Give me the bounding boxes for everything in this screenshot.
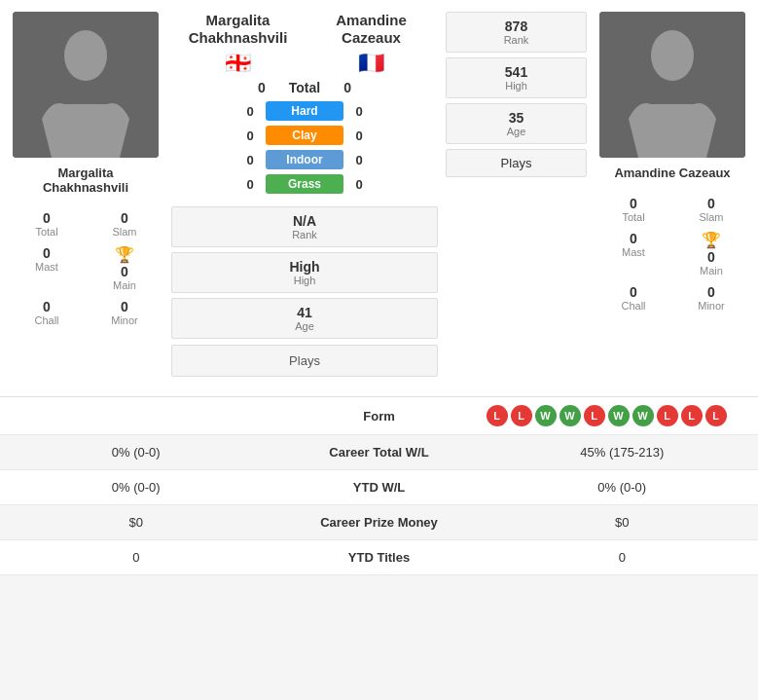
bottom-section: Form L L W W L W W L L L 0% (0-0) Career… — [0, 396, 758, 575]
ytd-titles-left: 0 — [0, 540, 272, 574]
ytd-wl-row: 0% (0-0) YTD W/L 0% (0-0) — [0, 470, 758, 505]
left-main-trophy: 🏆 0 Main — [86, 241, 163, 295]
prize-money-left: $0 — [0, 505, 272, 539]
form-badge-6: W — [608, 405, 630, 426]
right-avatar-silhouette — [599, 12, 745, 158]
right-plays-box: Plays — [446, 149, 587, 177]
right-chall-stat: 0 Chall — [595, 280, 672, 315]
right-player-avatar — [599, 12, 745, 158]
total-label: Total — [289, 80, 320, 95]
form-badge-10: L — [705, 405, 727, 426]
court-grass-row: 0 Grass 0 — [171, 174, 438, 194]
career-wl-row: 0% (0-0) Career Total W/L 45% (175-213) — [0, 435, 758, 470]
prize-money-label: Career Prize Money — [272, 505, 487, 539]
right-minor-stat: 0 Minor — [672, 280, 750, 315]
ytd-titles-row: 0 YTD Titles 0 — [0, 540, 758, 575]
left-plays-block: Plays — [171, 345, 438, 377]
left-player-avatar — [13, 12, 159, 158]
right-name-header: Amandine Cazeaux 🇫🇷 — [305, 12, 438, 76]
center-column: Margalita Chakhnashvili 🇬🇪 Amandine Caze… — [171, 12, 438, 377]
comparison-section: Margalita Chakhnashvili 0 Total 0 Slam 0… — [0, 0, 758, 388]
total-right-val: 0 — [343, 80, 351, 95]
total-line: 0 Total 0 — [171, 80, 438, 95]
right-player-name: Amandine Cazeaux — [614, 166, 730, 180]
indoor-badge: Indoor — [266, 150, 343, 169]
ytd-titles-right: 0 — [487, 540, 759, 574]
left-minor-stat: 0 Minor — [86, 295, 163, 330]
court-hard-row: 0 Hard 0 — [171, 101, 438, 121]
right-flag: 🇫🇷 — [305, 51, 438, 76]
left-flag: 🇬🇪 — [171, 51, 305, 76]
form-badges-container: L L W W L W W L L L — [487, 405, 743, 426]
left-name-header: Margalita Chakhnashvili 🇬🇪 — [171, 12, 305, 76]
form-badge-7: W — [632, 405, 654, 426]
form-badge-2: L — [511, 405, 532, 426]
form-badge-4: W — [559, 405, 581, 426]
form-badge-3: W — [535, 405, 557, 426]
main-container: Margalita Chakhnashvili 0 Total 0 Slam 0… — [0, 0, 758, 575]
hard-badge: Hard — [266, 101, 343, 121]
ytd-wl-right: 0% (0-0) — [487, 470, 759, 504]
left-center-stats2: High High — [171, 252, 438, 293]
prize-money-row: $0 Career Prize Money $0 — [0, 505, 758, 540]
form-badge-8: L — [657, 405, 678, 426]
left-center-stats: N/A Rank — [171, 206, 438, 247]
ytd-titles-label: YTD Titles — [272, 540, 487, 574]
form-row: Form L L W W L W W L L L — [0, 397, 758, 435]
left-age-block: 41 Age — [171, 298, 438, 339]
left-rank-block: N/A Rank — [171, 206, 438, 247]
form-badge-5: L — [584, 405, 605, 426]
clay-badge: Clay — [266, 126, 343, 145]
left-player-name: Margalita Chakhnashvili — [43, 166, 128, 195]
right-age-box: 35 Age — [446, 103, 587, 144]
right-player-card: Amandine Cazeaux 0 Total 0 Slam 0 Mast 🏆… — [595, 12, 750, 377]
left-chall-stat: 0 Chall — [8, 295, 86, 330]
form-badge-9: L — [681, 405, 703, 426]
ytd-wl-label: YTD W/L — [272, 470, 487, 504]
court-rows: 0 Hard 0 0 Clay 0 0 Indoor 0 — [171, 101, 438, 199]
svg-point-3 — [651, 30, 694, 81]
left-mast-stat: 0 Mast — [8, 241, 86, 295]
right-player-stats-grid: 0 Total 0 Slam 0 Mast 🏆 0 Main 0 — [595, 192, 750, 315]
svg-point-1 — [64, 30, 107, 81]
court-indoor-row: 0 Indoor 0 — [171, 150, 438, 169]
right-slam-stat: 0 Slam — [672, 192, 750, 227]
right-total-stat: 0 Total — [595, 192, 672, 227]
left-slam-stat: 0 Slam — [86, 206, 163, 241]
form-label: Form — [272, 409, 487, 424]
left-total-stat: 0 Total — [8, 206, 86, 241]
right-mast-stat: 0 Mast — [595, 227, 672, 280]
court-clay-row: 0 Clay 0 — [171, 126, 438, 145]
left-player-card: Margalita Chakhnashvili 0 Total 0 Slam 0… — [8, 12, 163, 377]
left-high-block: High High — [171, 252, 438, 293]
left-avatar-silhouette — [13, 12, 159, 158]
prize-money-right: $0 — [487, 505, 759, 539]
player-names-header: Margalita Chakhnashvili 🇬🇪 Amandine Caze… — [171, 12, 438, 76]
left-center-stats3: 41 Age — [171, 298, 438, 339]
career-wl-left: 0% (0-0) — [0, 435, 272, 469]
left-trophy-icon: 🏆 — [115, 245, 134, 264]
left-player-stats-grid: 0 Total 0 Slam 0 Mast 🏆 0 Main 0 — [8, 206, 163, 330]
right-rank-box: 878 Rank — [446, 12, 587, 53]
right-player-stats: 878 Rank 541 High 35 Age Plays — [446, 12, 587, 377]
career-wl-label: Career Total W/L — [272, 435, 487, 469]
grass-badge: Grass — [266, 174, 343, 194]
career-wl-right: 45% (175-213) — [487, 435, 759, 469]
right-trophy-icon: 🏆 — [702, 231, 721, 249]
ytd-wl-left: 0% (0-0) — [0, 470, 272, 504]
form-badge-1: L — [487, 405, 508, 426]
right-main-trophy: 🏆 0 Main — [672, 227, 750, 280]
total-left-val: 0 — [258, 80, 266, 95]
right-high-box: 541 High — [446, 57, 587, 98]
